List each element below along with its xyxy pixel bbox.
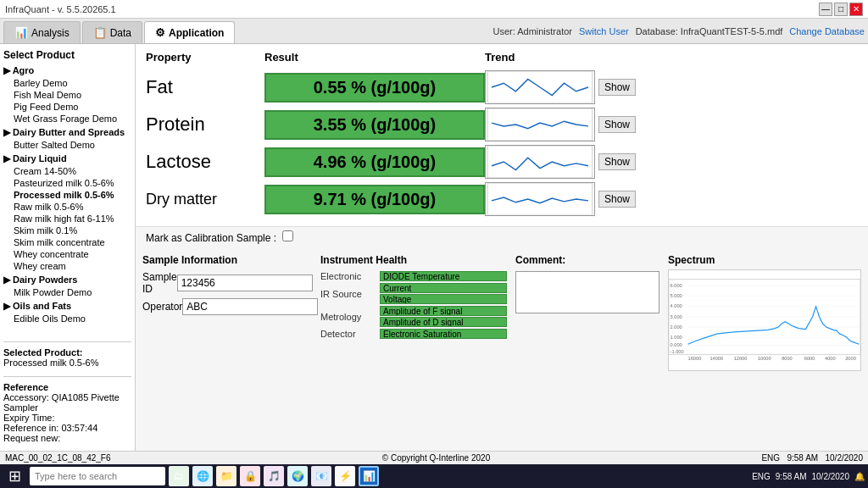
- selected-product-label: Selected Product:: [3, 347, 131, 358]
- reference-accessory: Accessory: QIA1085 Pivette Sampler: [3, 392, 131, 413]
- mark-calibration-checkbox[interactable]: [282, 230, 293, 241]
- taskbar-notification[interactable]: 🔔: [854, 472, 865, 481]
- start-button[interactable]: ⊞: [3, 465, 26, 487]
- taskbar-icon-3[interactable]: 📁: [216, 466, 236, 486]
- operator-input[interactable]: [182, 298, 318, 315]
- result-trend-protein: Show: [485, 108, 654, 141]
- ih-bars-electronic: DIODE Temperature: [380, 271, 507, 281]
- application-icon: ⚙: [155, 26, 165, 39]
- svg-text:16000: 16000: [688, 356, 702, 361]
- status-datetime: ENG 9:58 AM 10/2/2020: [761, 453, 863, 463]
- svg-text:6.000: 6.000: [670, 283, 682, 288]
- svg-text:4000: 4000: [825, 356, 836, 361]
- trend-chart-protein: [485, 108, 595, 141]
- tab-application[interactable]: ⚙ Application: [144, 21, 235, 43]
- reference-expiry: Expiry Time:: [3, 413, 131, 423]
- sidebar-item-raw-milk-hf[interactable]: Raw milk high fat 6-11%: [3, 213, 131, 225]
- minimize-button[interactable]: —: [819, 3, 832, 16]
- nav-bar-right: User: Administrator Switch User Database…: [492, 26, 865, 36]
- svg-text:2.000: 2.000: [670, 324, 682, 330]
- comment-panel: Comment:: [515, 254, 659, 374]
- spectrum-title: Spectrum: [668, 254, 861, 266]
- svg-text:1.000: 1.000: [670, 335, 682, 340]
- sidebar-item-wetgrass[interactable]: Wet Grass Forage Demo: [3, 113, 131, 125]
- sidebar-category-oils[interactable]: ▶ Oils and Fats: [3, 300, 131, 313]
- sidebar-item-processed-milk[interactable]: Processed milk 0.5-6%: [3, 189, 131, 201]
- taskbar-icon-6[interactable]: 🌍: [287, 466, 308, 486]
- tab-data-label: Data: [110, 27, 131, 39]
- comment-input[interactable]: [515, 271, 659, 313]
- switch-user-link[interactable]: Switch User: [579, 26, 629, 36]
- ih-bar-amp-f: Amplitude of F signal: [380, 306, 507, 316]
- taskbar: ⊞ 🗂 🌐 📁 🔒 🎵 🌍 📧 ⚡ 📊 ENG 9:58 AM 10/2/202…: [0, 464, 868, 488]
- sidebar-category-dairy-liquid[interactable]: ▶ Dairy Liquid: [3, 152, 131, 165]
- sidebar-item-skim-milk[interactable]: Skim milk 0.1%: [3, 225, 131, 236]
- svg-text:5.000: 5.000: [670, 293, 682, 298]
- ih-label-detector: Detector: [320, 329, 380, 339]
- mark-calibration-label[interactable]: Mark as Calibration Sample :: [146, 230, 293, 244]
- change-database-link[interactable]: Change Database: [789, 26, 865, 36]
- sidebar-item-pigfeed[interactable]: Pig Feed Demo: [3, 101, 131, 113]
- taskbar-icon-8[interactable]: ⚡: [335, 466, 355, 486]
- ih-bars-metrology: Amplitude of F signal Amplitude of D sig…: [380, 306, 507, 327]
- show-btn-protein[interactable]: Show: [598, 116, 636, 133]
- maximize-button[interactable]: □: [834, 3, 848, 16]
- sample-id-input[interactable]: [177, 274, 313, 291]
- spectrum-chart: 6.000 5.000 4.000 3.000 2.000 1.000 0.00…: [668, 269, 861, 371]
- tab-application-label: Application: [169, 27, 224, 39]
- svg-text:4.000: 4.000: [670, 303, 682, 308]
- taskbar-icon-7[interactable]: 📧: [311, 466, 331, 486]
- ih-label-electronic: Electronic: [320, 271, 380, 281]
- taskbar-icon-2[interactable]: 🌐: [192, 466, 213, 486]
- sidebar-category-dairy-butter[interactable]: ▶ Dairy Butter and Spreads: [3, 126, 131, 139]
- sidebar-item-past-milk[interactable]: Pasteurized milk 0.5-6%: [3, 177, 131, 189]
- sample-id-label: Sample ID: [142, 271, 177, 295]
- taskbar-lang: ENG: [752, 472, 771, 481]
- taskbar-icon-5[interactable]: 🎵: [264, 466, 284, 486]
- taskbar-time: 9:58 AM: [776, 472, 807, 481]
- taskbar-icon-4[interactable]: 🔒: [240, 466, 260, 486]
- taskbar-icon-1[interactable]: 🗂: [169, 466, 189, 486]
- selected-product-value: Processed milk 0.5-6%: [3, 358, 131, 368]
- svg-text:-1.000: -1.000: [670, 349, 684, 354]
- result-value-fat: 0.55 % (g/100g): [264, 73, 485, 103]
- ih-row-irsource: IR Source Current Voltage: [320, 283, 507, 304]
- ih-row-electronic: Electronic DIODE Temperature: [320, 271, 507, 281]
- svg-text:3.000: 3.000: [670, 314, 682, 319]
- sidebar-item-butter[interactable]: Butter Salted Demo: [3, 139, 131, 151]
- close-button[interactable]: ✕: [849, 3, 863, 16]
- taskbar-icon-app[interactable]: 📊: [359, 466, 379, 486]
- main-area: Select Product ▶ Agro Barley Demo Fish M…: [0, 44, 868, 464]
- window-controls[interactable]: — □ ✕: [819, 3, 863, 16]
- bottom-section: Sample Information Sample ID Operator In…: [136, 247, 868, 380]
- database-label: Database: InfraQuantTEST-5-5.mdf: [636, 26, 783, 36]
- sidebar-item-fishmeal[interactable]: Fish Meal Demo: [3, 89, 131, 101]
- title-bar: InfraQuant - v. 5.5.20265.1 — □ ✕: [0, 0, 868, 19]
- sidebar-item-skim-conc[interactable]: Skim milk concentrate: [3, 236, 131, 248]
- sidebar-item-milk-powder[interactable]: Milk Powder Demo: [3, 286, 131, 298]
- sidebar-category-agro[interactable]: ▶ Agro: [3, 64, 131, 77]
- sidebar-item-cream[interactable]: Cream 14-50%: [3, 165, 131, 177]
- sample-info-panel: Sample Information Sample ID Operator: [142, 254, 312, 374]
- trend-chart-drymatter: [485, 182, 595, 216]
- svg-text:6000: 6000: [804, 356, 815, 361]
- tab-data[interactable]: 📋 Data: [82, 21, 142, 43]
- ih-bar-current: Current: [380, 283, 507, 293]
- ih-bar-amp-d: Amplitude of D signal: [380, 317, 507, 327]
- sidebar-item-whey-cream[interactable]: Whey cream: [3, 260, 131, 272]
- result-value-drymatter: 9.71 % (g/100g): [264, 185, 485, 214]
- sidebar-item-whey-conc[interactable]: Whey concentrate: [3, 248, 131, 260]
- tab-analysis[interactable]: 📊 Analysis: [3, 21, 81, 43]
- sidebar-item-barley[interactable]: Barley Demo: [3, 77, 131, 89]
- sidebar-item-raw-milk[interactable]: Raw milk 0.5-6%: [3, 201, 131, 213]
- result-trend-fat: Show: [485, 70, 654, 104]
- show-btn-lactose[interactable]: Show: [598, 153, 636, 170]
- sidebar-category-dairy-powders[interactable]: ▶ Dairy Powders: [3, 274, 131, 286]
- sidebar-section-dairy-liquid: ▶ Dairy Liquid Cream 14-50% Pasteurized …: [3, 152, 131, 272]
- mark-calibration-area: Mark as Calibration Sample :: [136, 227, 868, 247]
- show-btn-fat[interactable]: Show: [598, 79, 636, 96]
- show-btn-drymatter[interactable]: Show: [598, 191, 636, 208]
- taskbar-search-input[interactable]: [30, 467, 165, 485]
- sidebar-item-edible-oils[interactable]: Edible Oils Demo: [3, 313, 131, 324]
- tab-analysis-label: Analysis: [31, 27, 70, 39]
